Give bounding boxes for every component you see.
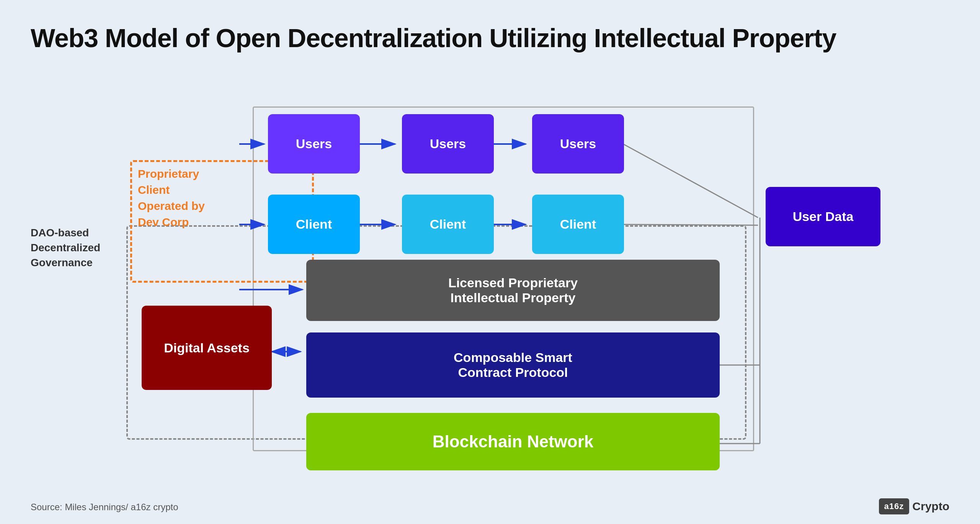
page: Web3 Model of Open Decentralization Util… xyxy=(0,0,980,524)
client-label-2: Client xyxy=(430,217,466,232)
logo-area: a16z Crypto xyxy=(879,498,949,514)
dao-label: DAO-basedDecentralizedGovernance xyxy=(31,225,107,270)
users-label-2: Users xyxy=(430,136,466,151)
user-data-box: User Data xyxy=(766,187,880,246)
digital-assets-box: Digital Assets xyxy=(142,306,272,390)
users-box-2: Users xyxy=(402,114,494,174)
users-label-1: Users xyxy=(296,136,332,151)
client-box-3: Client xyxy=(532,195,624,254)
users-box-3: Users xyxy=(532,114,624,174)
licensed-ip-label: Licensed ProprietaryIntellectual Propert… xyxy=(448,275,578,305)
smart-contract-label: Composable SmartContract Protocol xyxy=(454,350,572,380)
logo-text: Crypto xyxy=(912,500,949,513)
client-box-2: Client xyxy=(402,195,494,254)
user-data-label: User Data xyxy=(793,209,854,224)
licensed-ip-box: Licensed ProprietaryIntellectual Propert… xyxy=(306,260,720,321)
client-label-3: Client xyxy=(560,217,596,232)
client-label-1: Client xyxy=(296,217,332,232)
digital-assets-label: Digital Assets xyxy=(164,339,250,356)
users-label-3: Users xyxy=(560,136,596,151)
diagram-area: Proprietary ClientOperated byDev Corp DA… xyxy=(31,76,949,497)
prop-client-label: Proprietary ClientOperated byDev Corp xyxy=(138,166,222,230)
blockchain-box: Blockchain Network xyxy=(306,413,720,470)
blockchain-label: Blockchain Network xyxy=(433,432,594,451)
users-box-1: Users xyxy=(268,114,360,174)
client-box-1: Client xyxy=(268,195,360,254)
source-label: Source: Miles Jennings/ a16z crypto xyxy=(31,502,178,513)
page-title: Web3 Model of Open Decentralization Util… xyxy=(31,23,949,53)
smart-contract-box: Composable SmartContract Protocol xyxy=(306,332,720,398)
logo-box: a16z xyxy=(879,498,910,514)
